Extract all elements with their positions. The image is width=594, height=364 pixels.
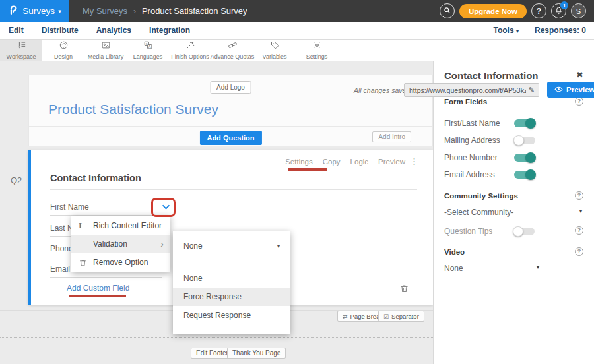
- add-question-button[interactable]: Add Question: [199, 131, 261, 145]
- page-break-icon: ⇄: [343, 313, 348, 320]
- help-button[interactable]: ?: [531, 3, 546, 18]
- toggle-question-tips[interactable]: [513, 228, 535, 235]
- dotted-divider: [0, 337, 433, 338]
- add-logo-button[interactable]: Add Logo: [210, 81, 251, 94]
- help-circle-icon[interactable]: ?: [575, 226, 583, 235]
- toolbar-item-advance-quotas[interactable]: Advance Quotas: [211, 40, 253, 61]
- help-circle-icon[interactable]: ?: [575, 247, 583, 256]
- survey-url-field: ✎: [404, 83, 539, 97]
- option-force-response[interactable]: Force Response: [173, 288, 290, 306]
- menu-item-rich-content-editor[interactable]: I Rich Content Editor: [71, 216, 170, 235]
- edit-url-icon[interactable]: ✎: [529, 86, 539, 94]
- field-context-menu: I Rich Content Editor Validation › Remov…: [71, 216, 170, 272]
- question-logic-link[interactable]: Logic: [350, 158, 369, 166]
- toggle-first-last-name[interactable]: [514, 119, 535, 127]
- menu-item-remove-option[interactable]: Remove Option: [71, 253, 170, 272]
- search-button[interactable]: [440, 3, 455, 18]
- upgrade-now-button[interactable]: Upgrade Now: [459, 4, 527, 18]
- community-settings-title: Community Settings: [444, 192, 518, 200]
- finish-options-icon: [185, 40, 195, 53]
- save-status: All changes saved: [354, 86, 410, 94]
- toggle-label-email-address: Email Address: [444, 170, 495, 179]
- field-phone[interactable]: Phone: [50, 244, 73, 253]
- toolbar-item-media-library[interactable]: Media Library: [84, 40, 127, 61]
- tab-analytics[interactable]: Analytics: [96, 26, 131, 35]
- toolbar-item-languages[interactable]: xA Languages: [127, 40, 169, 61]
- breadcrumb-current-survey: Product Satisfaction Survey: [142, 6, 248, 16]
- delete-question-icon[interactable]: [399, 284, 409, 293]
- chevron-down-icon: ▾: [58, 8, 61, 15]
- rich-text-icon: I: [79, 220, 93, 231]
- product-switcher[interactable]: Surveys ▾: [0, 0, 69, 22]
- toolbar-item-finish-options[interactable]: Finish Options: [169, 40, 211, 61]
- validation-options: None Force Response Request Response: [173, 264, 290, 334]
- toggle-email-address[interactable]: [514, 171, 535, 179]
- chevron-down-icon: ▾: [277, 243, 280, 249]
- question-more-menu-icon[interactable]: ⋮: [410, 156, 418, 166]
- question-title[interactable]: Contact Information: [50, 173, 141, 183]
- menu-item-validation[interactable]: Validation ›: [71, 235, 170, 253]
- toolbar-item-settings[interactable]: Settings: [296, 40, 338, 61]
- preview-button[interactable]: Preview: [547, 82, 594, 98]
- field-first-name[interactable]: First Name: [50, 202, 89, 212]
- breadcrumb: My Surveys › Product Satisfaction Survey: [82, 6, 248, 16]
- toolbar-item-variables[interactable]: Variables: [253, 40, 296, 61]
- trash-icon: [79, 258, 93, 267]
- tab-distribute[interactable]: Distribute: [42, 26, 79, 35]
- toolbar-item-design[interactable]: Design: [42, 40, 84, 61]
- annotation-add-custom-field-underline: [69, 295, 126, 297]
- design-icon: [59, 40, 69, 53]
- add-intro-button[interactable]: Add Intro: [372, 131, 411, 142]
- toolbar-item-workspace[interactable]: Workspace: [0, 40, 42, 61]
- option-none[interactable]: None: [173, 269, 290, 288]
- workspace-icon: [16, 40, 26, 53]
- toggle-label-phone-number: Phone Number: [444, 153, 498, 162]
- select-community-dropdown[interactable]: -Select Community-: [444, 208, 513, 217]
- question-divider: [50, 189, 417, 190]
- nav-tabs: Edit Distribute Analytics Integration: [0, 26, 190, 35]
- help-circle-icon[interactable]: ?: [575, 97, 583, 106]
- survey-url-input[interactable]: [405, 86, 529, 94]
- question-number: Q2: [11, 175, 22, 185]
- question-copy-link[interactable]: Copy: [323, 158, 341, 166]
- survey-header-card: Add Logo Product Satisfaction Survey Add…: [28, 75, 433, 146]
- card-divider: [29, 126, 432, 127]
- notifications-button[interactable]: 1: [551, 3, 566, 18]
- toggle-mailing-address[interactable]: [514, 136, 535, 144]
- tab-edit[interactable]: Edit: [9, 26, 24, 35]
- top-bar: Surveys ▾ My Surveys › Product Satisfact…: [0, 0, 594, 22]
- thank-you-page-button[interactable]: Thank You Page: [227, 348, 286, 359]
- separator-checkbox-icon: ☑: [383, 313, 389, 320]
- avatar[interactable]: S: [571, 3, 586, 18]
- toggle-label-first-last-name: First/Last Name: [444, 119, 500, 128]
- notification-badge: 1: [560, 1, 568, 9]
- tab-integration[interactable]: Integration: [149, 26, 190, 35]
- chevron-down-icon: ▾: [537, 264, 539, 270]
- question-tips-label: Question Tips: [444, 227, 492, 236]
- chevron-right-icon: ›: [160, 239, 164, 249]
- sidebar-title: Contact Information: [444, 70, 539, 81]
- separator-button[interactable]: ☑ Separator: [378, 311, 424, 322]
- question-preview-link[interactable]: Preview: [378, 158, 405, 166]
- tools-menu[interactable]: Tools ▾: [494, 26, 519, 35]
- responses-count[interactable]: Responses: 0: [535, 26, 586, 35]
- help-circle-icon[interactable]: ?: [575, 191, 583, 200]
- editor-toolbar: Workspace Design Media Library xA Langua…: [0, 40, 594, 61]
- add-custom-field-link[interactable]: Add Custom Field: [67, 284, 129, 293]
- survey-title[interactable]: Product Satisfaction Survey: [48, 102, 218, 117]
- option-request-response[interactable]: Request Response: [173, 306, 290, 324]
- search-icon: [443, 6, 451, 16]
- app-label: Surveys: [22, 6, 55, 16]
- question-mark-icon: ?: [537, 7, 541, 16]
- settings-icon: [312, 40, 322, 53]
- video-select-dropdown[interactable]: None: [444, 264, 463, 273]
- question-settings-link[interactable]: Settings: [285, 158, 313, 166]
- breadcrumb-my-surveys[interactable]: My Surveys: [82, 6, 127, 16]
- breadcrumb-separator: ›: [133, 7, 136, 16]
- settings-sidebar: Contact Information ✖ Form Fields ? Firs…: [433, 61, 594, 364]
- toggle-phone-number[interactable]: [514, 154, 535, 162]
- advance-quotas-icon: [228, 40, 238, 53]
- nav-right: Tools ▾ Responses: 0: [494, 26, 587, 35]
- close-icon[interactable]: ✖: [576, 70, 583, 80]
- validation-select[interactable]: None ▾: [183, 241, 280, 255]
